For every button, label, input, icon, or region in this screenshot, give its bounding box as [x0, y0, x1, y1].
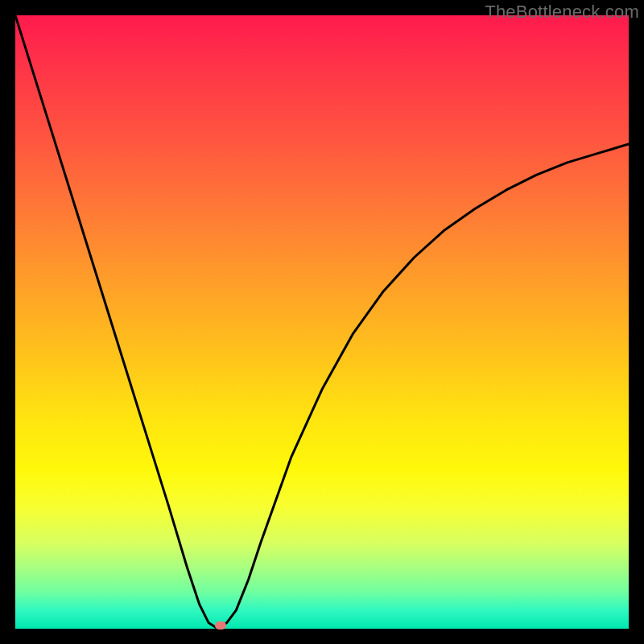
watermark-text: TheBottleneck.com — [485, 2, 639, 23]
bottleneck-curve — [15, 15, 629, 629]
optimal-point-marker — [215, 621, 226, 630]
chart-frame — [15, 15, 629, 629]
